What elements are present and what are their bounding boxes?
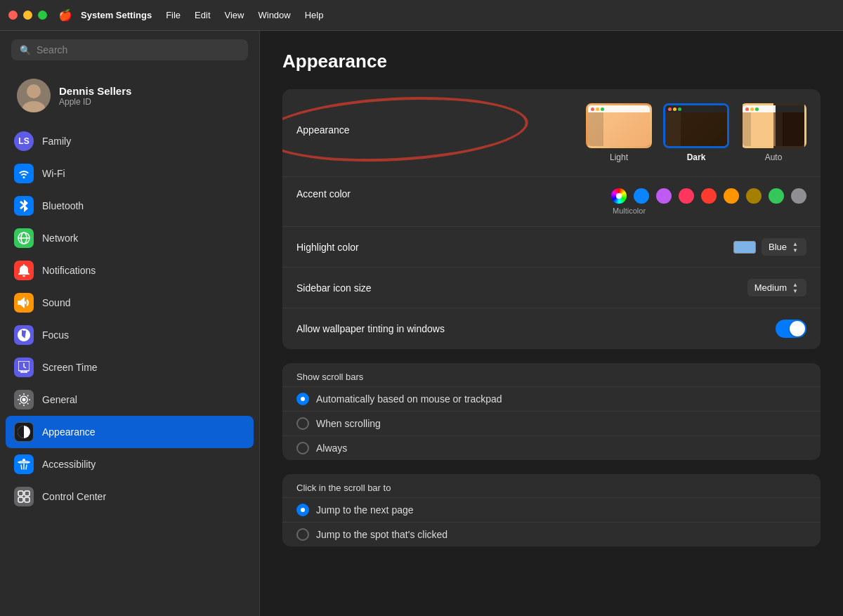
sidebar-item-notifications[interactable]: Notifications — [6, 254, 254, 287]
accent-dot-graphite[interactable] — [791, 188, 806, 204]
menu-file[interactable]: File — [166, 10, 181, 20]
stepper-up[interactable]: ▲ — [791, 241, 799, 247]
thumb-dot-green-dark — [678, 107, 681, 111]
stepper-arrows-size: ▲ ▼ — [791, 282, 799, 294]
wallpaper-tinting-row: Allow wallpaper tinting in windows — [282, 308, 821, 349]
scrollbar-scrolling-label: When scrolling — [316, 418, 381, 429]
sidebar-item-sound[interactable]: Sound — [6, 287, 254, 319]
accent-dot-green[interactable] — [769, 188, 784, 204]
accent-sublabel: Multicolor — [611, 207, 646, 215]
clickscrollbar-spot-radio[interactable] — [296, 528, 309, 541]
appearance-option-light[interactable]: Light — [586, 103, 652, 162]
scrollbar-scrolling-radio[interactable] — [296, 417, 309, 430]
accent-dot-red[interactable] — [701, 188, 717, 204]
search-container: 🔍 — [0, 31, 259, 69]
menu-app-name[interactable]: System Settings — [81, 10, 152, 20]
thumb-dot-green — [601, 107, 604, 111]
sidebar-item-screentime[interactable]: Screen Time — [6, 351, 254, 384]
svg-rect-10 — [18, 491, 23, 496]
svg-rect-12 — [18, 497, 23, 502]
stepper-down[interactable]: ▼ — [791, 247, 799, 253]
appearance-label: Appearance — [296, 103, 575, 136]
avatar — [17, 79, 51, 112]
appearance-thumb-dark — [663, 103, 729, 148]
accent-dot-blue[interactable] — [634, 188, 649, 204]
sidebar: 🔍 Dennis Sellers Apple ID LS — [0, 31, 260, 616]
accent-dot-pink[interactable] — [679, 188, 694, 204]
stepper-up-size[interactable]: ▲ — [791, 282, 799, 287]
sidebar-item-focus[interactable]: Focus — [6, 319, 254, 351]
sound-icon — [14, 293, 34, 313]
scrollbar-auto-label: Automatically based on mouse or trackpad — [316, 393, 502, 405]
thumb-dot-yellow — [596, 107, 599, 111]
clickscrollbar-nextpage-row[interactable]: Jump to the next page — [282, 498, 821, 523]
sidebar-item-bluetooth[interactable]: Bluetooth — [6, 190, 254, 222]
wifi-icon — [14, 164, 34, 183]
clickscrollbar-nextpage-radio[interactable] — [296, 504, 309, 516]
accent-dot-multicolor[interactable] — [611, 188, 627, 204]
sidebar-item-general[interactable]: General — [6, 384, 254, 416]
appearance-thumb-auto — [740, 103, 806, 148]
sidebar-item-family[interactable]: LS Family — [6, 125, 254, 157]
fullscreen-button[interactable] — [38, 11, 47, 20]
accent-dot-orange[interactable] — [724, 188, 739, 204]
sidebar-item-appearance[interactable]: Appearance — [6, 416, 254, 448]
bluetooth-icon — [14, 196, 34, 216]
menu-view[interactable]: View — [225, 10, 244, 20]
accent-color-row: Accent color — [282, 177, 821, 227]
scrollbar-auto-row[interactable]: Automatically based on mouse or trackpad — [282, 387, 821, 412]
scrollbar-always-radio[interactable] — [296, 442, 309, 454]
clickscrollbar-header: Click in the scroll bar to — [282, 474, 821, 498]
highlight-color-row: Highlight color Blue ▲ ▼ — [282, 227, 821, 268]
search-input[interactable] — [37, 44, 240, 55]
thumb-dot-red-dark — [668, 107, 672, 111]
notifications-icon — [14, 261, 34, 280]
accent-dot-yellow[interactable] — [746, 188, 762, 204]
search-wrapper[interactable]: 🔍 — [11, 39, 248, 60]
thumb-dot-green-auto — [755, 107, 759, 111]
sidebar-size-stepper[interactable]: Medium ▲ ▼ — [747, 279, 806, 296]
stepper-down-size[interactable]: ▼ — [791, 288, 799, 294]
sidebar-size-value: Medium — [754, 282, 787, 293]
scrollbars-options: Automatically based on mouse or trackpad… — [282, 387, 821, 460]
scrollbar-auto-radio[interactable] — [296, 393, 309, 405]
menu-help[interactable]: Help — [305, 10, 324, 20]
thumb-sidebar-dark — [665, 112, 681, 146]
appearance-icon — [14, 422, 34, 442]
traffic-lights — [8, 11, 47, 20]
sidebar-item-controlcenter[interactable]: Control Center — [6, 480, 254, 513]
clickscrollbar-spot-row[interactable]: Jump to the spot that's clicked — [282, 523, 821, 546]
highlight-stepper[interactable]: Blue ▲ ▼ — [762, 238, 806, 256]
network-icon — [14, 228, 34, 248]
sidebar-item-network[interactable]: Network — [6, 222, 254, 254]
minimize-button[interactable] — [23, 11, 32, 20]
svg-point-1 — [27, 84, 41, 98]
svg-rect-11 — [25, 491, 30, 496]
wallpaper-tinting-toggle[interactable] — [776, 320, 806, 338]
user-subtitle: Apple ID — [59, 97, 131, 107]
wallpaper-tinting-label: Allow wallpaper tinting in windows — [296, 323, 764, 334]
highlight-value: Blue — [769, 242, 787, 252]
svg-rect-13 — [25, 497, 30, 502]
sidebar-item-wifi[interactable]: Wi-Fi — [6, 157, 254, 190]
page-title: Appearance — [282, 51, 821, 72]
close-button[interactable] — [8, 11, 18, 20]
thumb-dot-red-auto — [745, 107, 749, 111]
appearance-option-auto[interactable]: Auto — [740, 103, 806, 162]
scrollbar-always-row[interactable]: Always — [282, 436, 821, 460]
sidebar-item-accessibility[interactable]: Accessibility — [6, 448, 254, 480]
menu-window[interactable]: Window — [258, 10, 290, 20]
user-profile[interactable]: Dennis Sellers Apple ID — [6, 72, 254, 119]
search-icon: 🔍 — [20, 45, 31, 55]
appearance-option-dark[interactable]: Dark — [663, 103, 729, 162]
focus-icon — [14, 325, 34, 345]
sidebar-label-network: Network — [42, 232, 78, 244]
family-icon: LS — [14, 131, 34, 151]
accent-dot-purple[interactable] — [656, 188, 672, 204]
scrollbar-scrolling-row[interactable]: When scrolling — [282, 412, 821, 436]
highlight-swatch — [733, 241, 756, 254]
appearance-card: Appearance — [282, 89, 821, 349]
menu-edit[interactable]: Edit — [195, 10, 210, 20]
appearance-option-dark-label: Dark — [687, 152, 706, 162]
sidebar-label-focus: Focus — [42, 329, 69, 341]
